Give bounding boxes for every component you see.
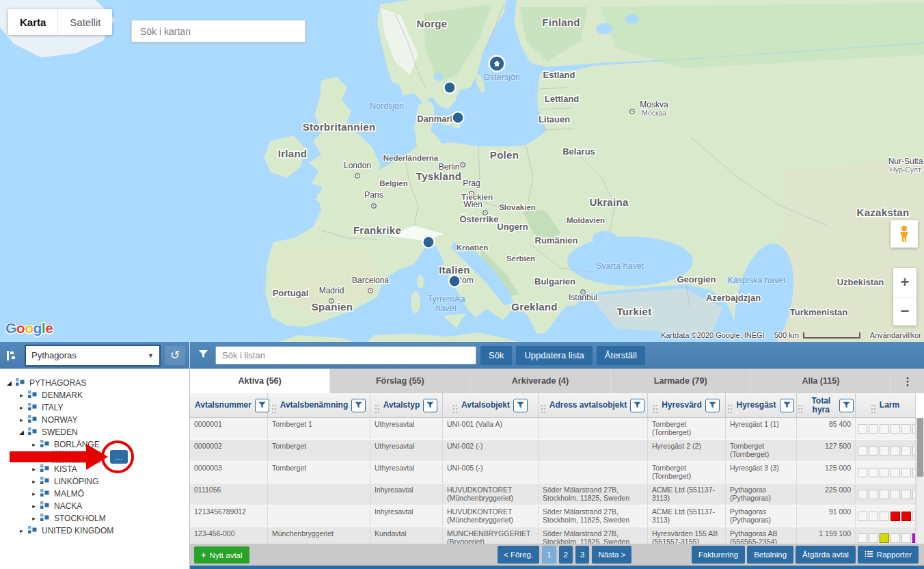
column-filter-button[interactable] [423, 399, 437, 412]
tree-item-kista[interactable]: ▸KISTA [0, 463, 189, 475]
column-filter-button[interactable] [630, 399, 644, 412]
table-row[interactable]: 0111056InhyresavtalHUVUDKONTORET (Münche… [190, 484, 916, 505]
app-window: NorgeFinlandÖstersjönEstlandLettlandMosk… [0, 0, 924, 569]
column-drag-handle[interactable] [728, 405, 729, 406]
tree-item-denmark[interactable]: ▸DENMARK [0, 389, 189, 401]
tree-item-nacka[interactable]: ▸NACKA [0, 500, 189, 512]
expand-arrow-icon[interactable]: ▸ [18, 527, 25, 534]
tree-item-sweden[interactable]: ◢SWEDEN [0, 426, 189, 438]
expand-arrow-icon[interactable]: ▸ [30, 490, 38, 497]
collapse-arrow-icon[interactable]: ◢ [18, 429, 25, 436]
expand-arrow-icon[interactable]: ▸ [30, 503, 38, 510]
expand-arrow-icon[interactable]: ▸ [30, 441, 38, 448]
tree-item-united-kingdom[interactable]: ▸UNITED KINGDOM [0, 525, 189, 537]
betalning-button[interactable]: Betalning [747, 546, 793, 564]
tree-source-value: Pythagoras [31, 350, 77, 360]
search-button[interactable]: Sök [480, 346, 512, 365]
tree-item-goteborg[interactable]: ▸GÖTEBORG... [0, 451, 189, 463]
expand-arrow-icon[interactable]: ▸ [30, 453, 38, 460]
zoom-in-button[interactable]: + [893, 268, 916, 297]
column-drag-handle[interactable] [541, 405, 543, 406]
collapse-arrow-icon[interactable]: ◢ [5, 380, 13, 386]
new-agreement-button[interactable]: + Nytt avtal [194, 546, 249, 564]
column-drag-handle[interactable] [272, 405, 273, 406]
table-row[interactable]: 0000002TornbergetUthyresavtalUNI-002 (-)… [190, 440, 916, 462]
tree-item-stockholm[interactable]: ▸STOCKHOLM [0, 512, 189, 525]
cell-avtalsbenamning: Tornberget 1 [268, 418, 370, 439]
column-filter-button[interactable] [255, 399, 269, 412]
zoom-out-button[interactable]: − [893, 297, 916, 326]
alarm-indicator-empty [901, 490, 911, 499]
tab-arkiverade-4[interactable]: Arkiverade (4) [470, 369, 610, 393]
alarm-indicator-empty [901, 468, 911, 477]
page-button-3[interactable]: 3 [575, 546, 589, 564]
tab-forslag-55[interactable]: Förslag (55) [330, 369, 470, 393]
filter-funnel-icon [258, 401, 266, 409]
column-filter-button[interactable] [705, 399, 720, 412]
tab-alla-115[interactable]: Alla (115) [751, 369, 891, 393]
rapporter-button[interactable]: Rapporter [858, 546, 919, 564]
tree-item-borlange[interactable]: ▸BORLÄNGE [0, 438, 189, 451]
table-row[interactable]: 123-456-000MünchenbryggerietKundavtalMUN… [190, 527, 916, 544]
next-page-button[interactable]: Nästa > [592, 546, 631, 564]
pegman-button[interactable] [891, 220, 918, 248]
atgarda-avtal-button[interactable]: Åtgärda avtal [796, 546, 856, 564]
tree-item-label: BORLÄNGE [52, 439, 102, 450]
tree-item-italy[interactable]: ▸ITALY [0, 401, 189, 414]
cell-hyresvard: Hyresvärden 155 AB (551557-3155) [648, 527, 726, 544]
column-label: Larm [880, 401, 899, 410]
tree-item-malmo[interactable]: ▸MALMÖ [0, 488, 189, 500]
column-filter-button[interactable] [839, 399, 854, 412]
refresh-tree-button[interactable]: ↺ [165, 346, 185, 365]
map-marker[interactable] [452, 112, 464, 124]
map-marker[interactable] [444, 82, 456, 94]
column-label: Avtalsnummer [195, 401, 252, 410]
column-drag-handle[interactable] [653, 405, 655, 406]
column-drag-handle[interactable] [798, 405, 800, 406]
tree-item-more-button[interactable]: ... [110, 450, 128, 464]
table-row[interactable]: 0000001Tornberget 1UthyresavtalUNI-001 (… [190, 418, 916, 440]
expand-arrow-icon[interactable]: ▸ [30, 515, 38, 522]
map-type-satellit-button[interactable]: Satellit [57, 9, 112, 35]
page-button-2[interactable]: 2 [559, 546, 573, 564]
column-filter-button[interactable] [780, 399, 794, 412]
google-logo[interactable]: Google [5, 320, 53, 336]
expand-arrow-icon[interactable]: ▸ [18, 404, 25, 411]
table-row[interactable]: 0000003TornbergetUthyresavtalUNI-005 (-)… [190, 462, 916, 484]
expand-arrow-icon[interactable]: ▸ [30, 478, 38, 485]
map-canvas[interactable]: NorgeFinlandÖstersjönEstlandLettlandMosk… [0, 0, 924, 342]
column-drag-handle[interactable] [871, 405, 873, 406]
column-drag-handle[interactable] [453, 405, 454, 406]
table-row[interactable]: 1213456789012InhyresavtalHUVUDKONTORET (… [190, 505, 916, 527]
tab-larmade-79[interactable]: Larmade (79) [611, 369, 751, 393]
table-menu-kebab-icon[interactable]: ⋮ [891, 369, 924, 393]
map-type-karta-button[interactable]: Karta [8, 9, 57, 35]
tree-item-pythagoras[interactable]: ◢PYTHAGORAS [0, 377, 189, 389]
fakturering-button[interactable]: Fakturering [692, 546, 745, 564]
tree-item-linkoping[interactable]: ▸LINKÖPING [0, 475, 189, 488]
alarm-indicator-empty [858, 468, 867, 477]
column-filter-button[interactable] [351, 399, 366, 412]
map-terms-link[interactable]: Användarvillkor [870, 331, 921, 339]
scrollbar-thumb[interactable] [917, 418, 923, 477]
map-label-serbien: Serbien [506, 254, 535, 263]
column-drag-handle[interactable] [375, 405, 377, 406]
tree-item-norway[interactable]: ▸NORWAY [0, 414, 189, 426]
expand-arrow-icon[interactable]: ▸ [18, 416, 25, 423]
map-marker[interactable] [449, 276, 461, 287]
reset-button[interactable]: Återställ [597, 346, 645, 365]
prev-page-button[interactable]: < Föreg. [498, 546, 539, 564]
map-marker[interactable] [423, 237, 435, 248]
map-search-input[interactable] [131, 20, 305, 42]
tree-view-icon[interactable] [4, 347, 21, 364]
table-scrollbar[interactable] [916, 418, 924, 544]
map-marker-cluster[interactable] [489, 56, 505, 72]
list-search-input[interactable] [215, 346, 476, 365]
tab-aktiva-56[interactable]: Aktiva (56) [190, 369, 330, 393]
expand-arrow-icon[interactable]: ▸ [18, 392, 25, 399]
page-button-1[interactable]: 1 [542, 546, 556, 564]
expand-arrow-icon[interactable]: ▸ [30, 466, 38, 473]
column-filter-button[interactable] [513, 399, 528, 412]
tree-source-dropdown[interactable]: Pythagoras ▼ [25, 345, 161, 367]
update-list-button[interactable]: Uppdatera lista [516, 346, 592, 365]
